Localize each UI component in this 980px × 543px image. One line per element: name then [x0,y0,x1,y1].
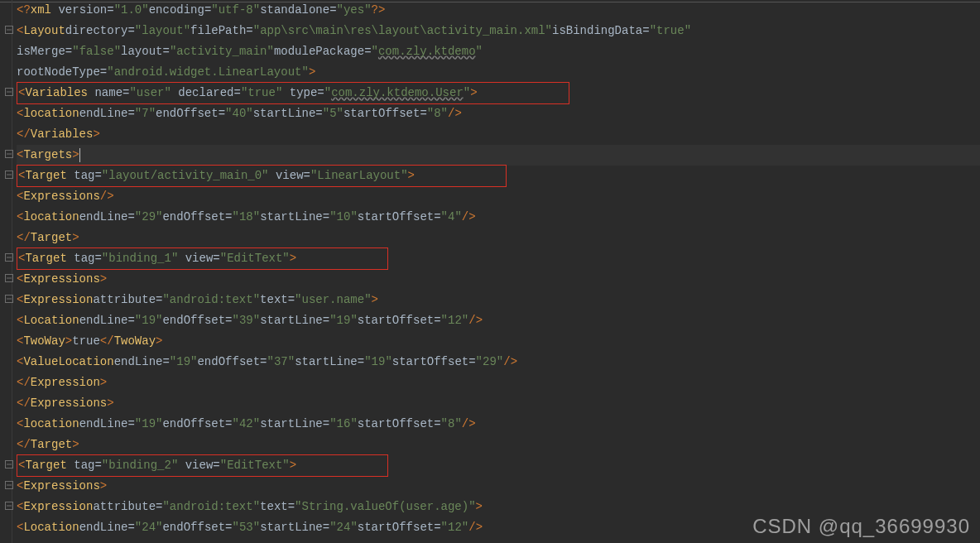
attr-value: utf-8 [219,3,253,17]
xml-tag: location [23,103,79,124]
code-line[interactable]: <location endLine="29" endOffset="18" st… [17,207,980,228]
attr-name: modulePackage [274,41,364,62]
attr-name: name [94,86,122,99]
attr-name: endLine [79,207,128,228]
code-line[interactable]: isMerge="false" layout="activity_main" m… [17,41,980,62]
xml-tag: TwoWay [114,331,156,352]
attr-name: endLine [114,352,163,372]
code-line[interactable]: rootNodeType="android.widget.LinearLayou… [17,62,980,83]
attr-value: binding_2 [108,459,171,472]
fold-icon[interactable] [5,26,13,34]
attr-name: startLine [260,414,323,435]
xml-tag: Expressions [23,186,99,207]
attr-value: 19 [142,314,156,327]
attr-value: 5 [329,107,336,120]
attr-name: rootNodeType [17,62,100,83]
xml-tag: Expression [23,497,93,517]
xml-tag: Expressions [31,393,107,414]
code-line[interactable]: </Target> [17,435,980,455]
code-line[interactable]: <Expression attribute="android:text" tex… [17,290,980,310]
attr-name: endOffset [162,517,225,538]
xml-tag: Variables [25,86,88,99]
text-content: true [72,331,100,352]
attr-name: endLine [79,310,128,331]
fold-icon[interactable] [5,88,13,96]
code-line[interactable]: </Target> [17,228,980,248]
attr-value: app\src\main\res\layout\activity_main.xm… [260,24,545,37]
attr-name: endOffset [156,103,219,124]
code-line[interactable]: <Location endLine="19" endOffset="39" st… [17,310,980,331]
attr-name: startLine [295,352,358,372]
fold-icon[interactable] [5,481,13,489]
attr-name: endOffset [162,310,225,331]
attr-value: 19 [337,314,351,327]
xml-tag: Expression [31,372,100,393]
code-line[interactable]: <Target tag="layout/activity_main_0" vie… [17,166,980,186]
attr-name: view [185,459,214,472]
attr-value: android:text [170,500,253,513]
fold-icon[interactable] [5,171,13,179]
code-editor[interactable]: <?xml version="1.0" encoding="utf-8" sta… [0,0,980,538]
attr-value: 4 [448,210,454,223]
code-line[interactable]: <Expression attribute="android:text" tex… [17,497,980,517]
code-line[interactable]: <ValueLocation endLine="19" endOffset="3… [17,352,980,372]
attr-name: tag [74,459,94,472]
xml-tag: Expressions [23,476,99,497]
fold-icon[interactable] [5,274,13,282]
attr-value: layout/activity_main_0 [108,169,262,182]
code-line[interactable]: <Expressions> [17,269,980,290]
attr-value: true [656,24,685,37]
code-line[interactable]: <Targets> [17,145,980,166]
attr-name: startOffset [358,414,434,435]
code-line[interactable]: </Expressions> [17,393,980,414]
fold-icon[interactable] [5,150,13,158]
attr-name: type [290,86,318,99]
attr-name: declared [178,86,233,99]
xml-tag: location [23,207,79,228]
xml-tag: Targets [23,145,72,166]
attr-value: android.widget.LinearLayout [114,65,302,79]
code-line[interactable]: <Variables name="user" declared="true" t… [17,83,980,103]
attr-name: text [260,497,288,517]
attr-name: endLine [79,517,128,538]
attr-name: isBindingData [552,21,642,41]
code-line[interactable]: <location endLine="19" endOffset="42" st… [17,414,980,435]
code-line[interactable]: <?xml version="1.0" encoding="utf-8" sta… [17,0,980,21]
fold-icon[interactable] [5,253,13,262]
attr-value: com.zly.ktdemo.User [331,86,464,99]
code-line[interactable]: <Location endLine="24" endOffset="53" st… [17,517,980,538]
code-line[interactable]: <location endLine="7" endOffset="40" sta… [17,103,980,124]
attr-name: endLine [79,103,128,124]
code-line[interactable]: <Expressions> [17,476,980,497]
attr-name: attribute [93,497,156,517]
attr-name: startOffset [343,103,420,124]
code-line[interactable]: </Expression> [17,372,980,393]
attr-name: text [260,290,288,310]
attr-value: 37 [274,355,288,368]
code-line[interactable]: <Layout directory="layout" filePath="app… [17,21,980,41]
attr-value: 12 [448,521,462,534]
attr-name: layout [121,41,162,62]
xml-tag: Expressions [23,269,99,290]
fold-icon[interactable] [5,460,13,469]
attr-value: 8 [448,417,454,430]
attr-name: startOffset [358,310,434,331]
xml-tag: Target [25,252,66,265]
attr-name: endOffset [162,414,225,435]
attr-name: directory [65,21,128,41]
attr-value: 24 [142,521,156,534]
attr-value: layout [142,24,183,37]
fold-icon[interactable] [5,502,13,510]
attr-value: 53 [239,521,253,534]
code-line[interactable]: <TwoWay>true</TwoWay> [17,331,980,352]
xml-tag: Location [23,517,79,538]
code-line[interactable]: <Target tag="binding_2" view="EditText"> [17,455,980,476]
code-line[interactable]: <Target tag="binding_1" view="EditText"> [17,248,980,269]
attr-name: view [185,252,214,265]
attr-name: endOffset [162,207,225,228]
code-line[interactable]: <Expressions /> [17,186,980,207]
attr-value: 29 [142,210,156,223]
fold-icon[interactable] [5,295,13,303]
code-line[interactable]: </Variables> [17,124,980,145]
xml-tag: Target [31,435,72,455]
